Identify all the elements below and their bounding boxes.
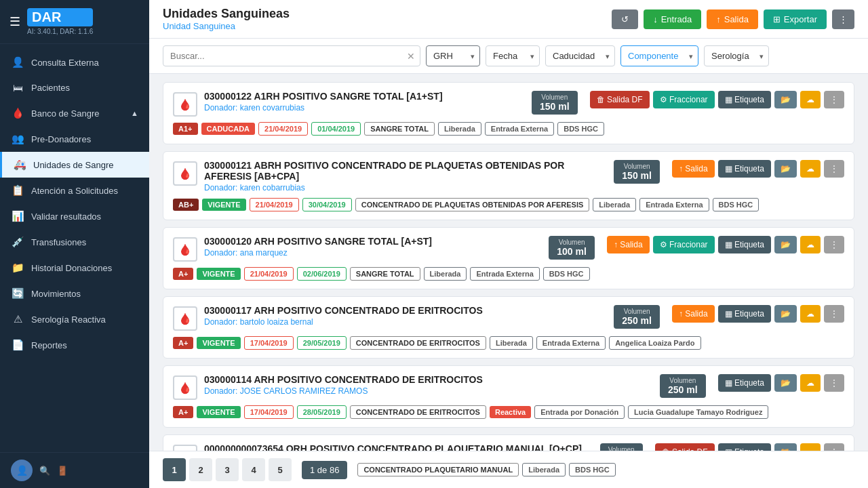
- page-3-button[interactable]: 3: [216, 458, 239, 481]
- search-clear-icon[interactable]: ✕: [407, 51, 415, 62]
- sidebar-item-label: Validar resultados: [31, 211, 101, 222]
- unit-donor[interactable]: Donador: karen cobarrubias: [204, 183, 601, 192]
- serologia-filter-wrap: Serología: [704, 45, 769, 66]
- search-input[interactable]: [163, 45, 420, 66]
- salida-df-button[interactable]: 🗑 Salida DF: [655, 443, 715, 451]
- unit-actions: 🗑 Salida DF ⚙ Fraccionar ▦ Etiqueta 📂 ☁ …: [590, 91, 844, 108]
- donor-name: JOSE CARLOS RAMIREZ RAMOS: [240, 386, 368, 396]
- unit-donor[interactable]: Donador: JOSE CARLOS RAMIREZ RAMOS: [204, 386, 648, 396]
- sidebar-item-historial-donaciones[interactable]: 📁 Historial Donaciones: [0, 255, 149, 281]
- sidebar-item-label: Banco de Sangre: [31, 108, 99, 119]
- cloud-button[interactable]: ☁: [800, 374, 821, 392]
- unit-title: 030000121 ABRH POSITIVO CONCENTRADO DE P…: [204, 160, 601, 182]
- fraccionar-button[interactable]: ⚙ Fraccionar: [653, 91, 715, 108]
- sidebar-item-transfusiones[interactable]: 💉 Transfusiones: [0, 229, 149, 255]
- etiqueta-button[interactable]: ▦ Etiqueta: [718, 160, 771, 178]
- folder-button[interactable]: 📂: [774, 443, 797, 451]
- folder-button[interactable]: 📂: [774, 236, 797, 253]
- cloud-button[interactable]: ☁: [800, 305, 821, 323]
- entrada-button[interactable]: ↓ Entrada: [644, 9, 701, 29]
- date2-tag: 29/05/2019: [297, 336, 347, 350]
- page-2-button[interactable]: 2: [189, 458, 212, 481]
- caducidad-filter[interactable]: Caducidad: [545, 45, 615, 66]
- salida-df-button[interactable]: 🗑 Salida DF: [590, 91, 650, 108]
- fecha-filter-wrap: Fecha: [486, 45, 540, 66]
- etiqueta-button[interactable]: ▦ Etiqueta: [718, 443, 771, 451]
- folder-button[interactable]: 📂: [774, 374, 797, 392]
- sidebar-item-atencion-solicitudes[interactable]: 📋 Atención a Solicitudes: [0, 178, 149, 203]
- salida-button[interactable]: ↑ Salida: [672, 160, 715, 178]
- cloud-button[interactable]: ☁: [800, 443, 821, 451]
- unit-donor[interactable]: Donador: karen covarrubias: [204, 103, 519, 113]
- exportar-button[interactable]: ⊞ Exportar: [764, 9, 827, 29]
- volume-value: 250 ml: [668, 384, 698, 395]
- fraccionar-button[interactable]: ⚙ Fraccionar: [653, 236, 715, 253]
- sidebar-item-serologia-reactiva[interactable]: ⚠ Serología Reactiva: [0, 306, 149, 332]
- volume-label: Volumen: [622, 308, 652, 315]
- etiqueta-button[interactable]: ▦ Etiqueta: [718, 91, 771, 108]
- sidebar-nav: 👤 Consulta Externa 🛏 Pacientes 🩸 Banco d…: [0, 44, 149, 452]
- logout-icon[interactable]: 🚪: [57, 466, 68, 476]
- sidebar-item-reportes[interactable]: 📄 Reportes: [0, 332, 149, 358]
- folder-button[interactable]: 📂: [774, 305, 797, 323]
- unit-donor[interactable]: Donador: ana marquez: [204, 248, 536, 258]
- cloud-button[interactable]: ☁: [800, 236, 821, 253]
- sidebar-item-pre-donadores[interactable]: 👥 Pre-Donadores: [0, 126, 149, 152]
- etiqueta-button[interactable]: ▦ Etiqueta: [718, 374, 771, 392]
- more-button[interactable]: ⋮: [824, 305, 844, 323]
- etiqueta-button[interactable]: ▦ Etiqueta: [718, 236, 771, 253]
- volume-label: Volumen: [668, 377, 698, 384]
- page-5-button[interactable]: 5: [269, 458, 292, 481]
- refresh-button[interactable]: ↺: [612, 9, 638, 29]
- salida-label: Salida: [724, 14, 749, 24]
- fecha-filter[interactable]: Fecha: [486, 45, 540, 66]
- cloud-button[interactable]: ☁: [800, 91, 821, 108]
- more-button[interactable]: ⋮: [824, 236, 844, 253]
- banco-sangre-icon: 🩸: [11, 107, 24, 119]
- donor-name: ana marquez: [240, 248, 288, 258]
- filter-bar: ✕ GRH Fecha Caducidad Componente Serolog…: [149, 39, 868, 74]
- component-tag: CONCENTRADO DE ERITROCITOS: [350, 405, 486, 419]
- sidebar-item-unidades-de-sangre[interactable]: 🚑 Unidades de Sangre: [0, 152, 149, 178]
- sidebar-item-consulta-externa[interactable]: 👤 Consulta Externa: [0, 49, 149, 75]
- more-button[interactable]: ⋮: [824, 443, 844, 451]
- more-options-button[interactable]: ⋮: [832, 9, 854, 29]
- etiqueta-button[interactable]: ▦ Etiqueta: [718, 305, 771, 323]
- more-button[interactable]: ⋮: [824, 160, 844, 178]
- salida-button[interactable]: ↑ Salida: [607, 236, 650, 253]
- app-logo: DAR: [27, 8, 93, 26]
- serologia-filter[interactable]: Serología: [704, 45, 769, 66]
- exportar-grid-icon: ⊞: [773, 14, 781, 24]
- search-icon[interactable]: 🔍: [39, 466, 50, 476]
- folder-button[interactable]: 📂: [774, 91, 797, 108]
- component-tag: CONCENTRADO DE PLAQUETAS OBTENIDAS POR A…: [355, 198, 590, 211]
- cloud-button[interactable]: ☁: [800, 160, 821, 178]
- sidebar-item-pacientes[interactable]: 🛏 Pacientes: [0, 75, 149, 100]
- more-button[interactable]: ⋮: [824, 91, 844, 108]
- estado-tag: Liberada: [490, 336, 533, 350]
- validar-icon: 📊: [11, 210, 24, 222]
- more-button[interactable]: ⋮: [824, 374, 844, 392]
- pagination: 1 2 3 4 5 1 de 86 CONCENTRADO PLAQUETARI…: [149, 451, 868, 488]
- sidebar-item-validar-resultados[interactable]: 📊 Validar resultados: [0, 203, 149, 229]
- date1-tag: 17/04/2019: [244, 336, 294, 350]
- sidebar-item-movimientos[interactable]: 🔄 Movimientos: [0, 281, 149, 306]
- grh-filter[interactable]: GRH: [426, 45, 480, 66]
- folder-button[interactable]: 📂: [774, 160, 797, 178]
- entrada-tag: Entrada por Donación: [534, 405, 625, 419]
- salida-button[interactable]: ↑ Salida: [707, 9, 758, 29]
- unit-blood-icon: 🩸: [173, 375, 197, 400]
- unit-volume-box: Volumen 150 ml: [614, 160, 660, 184]
- unit-donor[interactable]: Donador: bartolo loaiza bernal: [204, 317, 601, 327]
- componente-filter[interactable]: Componente: [620, 45, 698, 66]
- pagination-info: 1 de 86: [302, 461, 347, 479]
- page-4-button[interactable]: 4: [242, 458, 265, 481]
- sidebar-item-label: Consulta Externa: [31, 58, 99, 68]
- sidebar-item-banco-de-sangre[interactable]: 🩸 Banco de Sangre ▲: [0, 100, 149, 126]
- salida-button[interactable]: ↑ Salida: [672, 305, 715, 323]
- page-1-button[interactable]: 1: [163, 458, 186, 481]
- bds-tag: BDS HGC: [557, 122, 604, 136]
- sidebar-item-label: Pre-Donadores: [31, 134, 91, 144]
- hamburger-icon[interactable]: ☰: [9, 14, 20, 29]
- more-dots-icon: ⋮: [839, 14, 848, 24]
